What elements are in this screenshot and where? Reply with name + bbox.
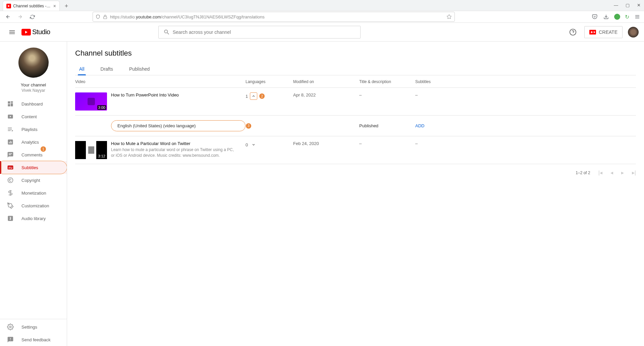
video-row: 3:00 How to Turn PowerPoint Into Video 1… xyxy=(75,88,636,116)
maximize-icon[interactable]: ▢ xyxy=(626,3,630,8)
extension-icon-1[interactable] xyxy=(614,14,620,20)
pagination: 1–2 of 2 |◂ ◂ ▸ ▸| xyxy=(75,164,636,181)
sidebar-item-subtitles[interactable]: Subtitles xyxy=(0,161,67,174)
col-header-languages: Languages xyxy=(246,79,293,84)
last-page-button[interactable]: ▸| xyxy=(632,169,636,176)
first-page-button[interactable]: |◂ xyxy=(598,169,602,176)
account-avatar[interactable] xyxy=(628,27,639,38)
sidebar-item-content[interactable]: Content xyxy=(0,110,67,123)
col-header-subtitles: Subtitles xyxy=(415,79,636,84)
svg-rect-17 xyxy=(11,141,12,143)
app-header: Studio CREATE xyxy=(0,23,644,42)
annotation-badge-3: 3 xyxy=(246,123,251,129)
tab-all[interactable]: All xyxy=(78,63,86,75)
subtitles-icon xyxy=(7,164,14,171)
svg-point-27 xyxy=(10,326,11,328)
video-thumbnail[interactable]: 3:00 xyxy=(75,92,107,111)
svg-marker-0 xyxy=(8,5,10,7)
content-icon xyxy=(7,113,14,120)
bookmark-star-icon[interactable] xyxy=(446,14,452,19)
your-channel-label: Your channel xyxy=(21,82,46,87)
language-count: 1 xyxy=(246,94,248,99)
col-header-titledesc: Title & description xyxy=(359,79,415,84)
annotation-badge-1: 1 xyxy=(41,146,46,152)
video-description: Learn how to mute a particular word or p… xyxy=(111,147,235,158)
browser-tab[interactable]: Channel subtitles - YouTube St × xyxy=(3,1,60,11)
sidebar-item-customization[interactable]: Customization xyxy=(0,199,67,212)
search-box[interactable] xyxy=(158,26,361,39)
sidebar-item-analytics[interactable]: Analytics xyxy=(0,136,67,148)
lock-icon xyxy=(103,15,107,19)
svg-rect-22 xyxy=(10,168,12,169)
forward-button[interactable] xyxy=(15,12,25,21)
pocket-icon[interactable] xyxy=(591,13,598,20)
sidebar-item-dashboard[interactable]: Dashboard xyxy=(0,97,67,110)
customization-icon xyxy=(7,202,14,209)
sidebar-item-copyright[interactable]: Copyright xyxy=(0,174,67,187)
video-title[interactable]: How to Turn PowerPoint Into Video xyxy=(111,92,246,97)
svg-rect-23 xyxy=(8,167,11,167)
subtitles-status: – xyxy=(415,92,636,97)
expand-toggle[interactable] xyxy=(250,141,257,148)
prev-page-button[interactable]: ◂ xyxy=(610,169,613,176)
sidebar: Your channel Vivek Nayyar Dashboard Cont… xyxy=(0,42,67,346)
gear-icon xyxy=(7,324,14,330)
audio-library-icon xyxy=(7,215,14,222)
modified-date: Apr 8, 2022 xyxy=(293,92,359,97)
channel-avatar[interactable] xyxy=(18,48,49,78)
comments-icon xyxy=(7,151,14,158)
tab-title: Channel subtitles - YouTube St xyxy=(13,4,51,8)
sidebar-item-monetization[interactable]: Monetization xyxy=(0,187,67,199)
shield-icon xyxy=(96,14,100,19)
app-menu-icon[interactable] xyxy=(634,13,641,20)
playlists-icon xyxy=(7,126,14,133)
language-chip[interactable]: English (United States) (video language)… xyxy=(111,120,246,131)
sidebar-item-comments[interactable]: Comments 1 xyxy=(0,148,67,161)
minimize-icon[interactable]: — xyxy=(614,3,618,8)
back-button[interactable] xyxy=(3,12,13,21)
subtitles-status: – xyxy=(415,141,636,146)
video-thumbnail[interactable]: 3:12 xyxy=(75,141,107,159)
youtube-favicon xyxy=(6,4,11,8)
create-button[interactable]: CREATE xyxy=(584,26,623,38)
video-duration: 3:00 xyxy=(97,105,106,110)
col-header-video: Video xyxy=(75,79,246,84)
video-title[interactable]: How to Mute a Particular Word on Twitter xyxy=(111,141,246,146)
next-page-button[interactable]: ▸ xyxy=(621,169,624,176)
language-status: Published xyxy=(359,123,415,128)
svg-rect-15 xyxy=(9,142,10,143)
collapse-toggle[interactable] xyxy=(250,92,257,100)
download-icon[interactable] xyxy=(603,13,609,20)
hamburger-menu[interactable] xyxy=(5,25,19,39)
new-tab-button[interactable]: + xyxy=(62,1,71,11)
svg-rect-1 xyxy=(104,16,107,18)
studio-logo[interactable]: Studio xyxy=(21,28,50,36)
sidebar-item-playlists[interactable]: Playlists xyxy=(0,123,67,136)
annotation-badge-2: 2 xyxy=(259,93,265,99)
close-tab-icon[interactable]: × xyxy=(53,4,56,8)
studio-logo-text: Studio xyxy=(32,28,50,36)
svg-rect-10 xyxy=(591,32,593,32)
tab-published[interactable]: Published xyxy=(128,63,151,75)
sidebar-item-audio-library[interactable]: Audio library xyxy=(0,212,67,225)
analytics-icon xyxy=(7,139,14,145)
help-button[interactable] xyxy=(567,26,579,38)
channel-name: Vivek Nayyar xyxy=(21,88,45,93)
add-subtitle-button[interactable]: ADD xyxy=(415,123,424,128)
extension-icon-2[interactable]: ↻ xyxy=(625,14,629,20)
sidebar-item-feedback[interactable]: Send feedback xyxy=(0,333,67,346)
main-content: Channel subtitles All Drafts Published V… xyxy=(67,42,644,346)
svg-point-25 xyxy=(8,178,13,183)
create-icon xyxy=(589,30,596,34)
page-title: Channel subtitles xyxy=(75,49,636,58)
close-window-icon[interactable]: ✕ xyxy=(637,3,641,8)
reload-button[interactable] xyxy=(28,12,37,21)
sidebar-item-settings[interactable]: Settings xyxy=(0,321,67,333)
svg-rect-16 xyxy=(10,141,11,144)
search-input[interactable] xyxy=(173,29,356,35)
address-bar[interactable]: https://studio.youtube.com/channel/UC3Iu… xyxy=(93,12,455,22)
tab-drafts[interactable]: Drafts xyxy=(99,63,114,75)
feedback-icon xyxy=(7,336,14,343)
title-desc-status: – xyxy=(359,141,415,146)
dashboard-icon xyxy=(7,100,14,107)
